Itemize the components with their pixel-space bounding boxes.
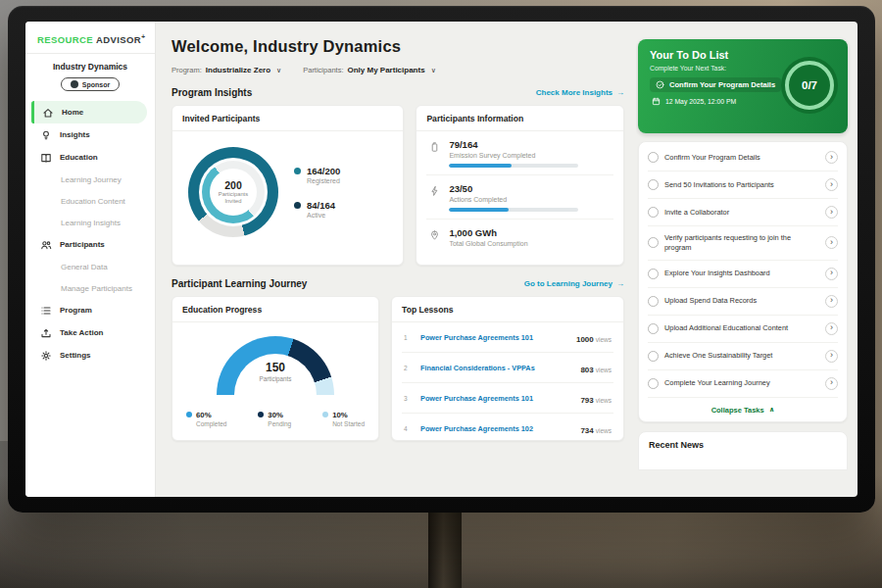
donut-legend: 164/200 Registered 84/164 Active	[294, 166, 340, 219]
checkbox-icon[interactable]	[648, 179, 659, 190]
sidebar-divider	[25, 53, 155, 54]
lesson-title-link[interactable]: Power Purchase Agreements 102	[420, 424, 573, 433]
right-panel: Your To Do List Complete Your Next Task:…	[636, 22, 858, 497]
progress-bar	[449, 208, 578, 212]
legend-dot	[258, 412, 264, 417]
top-lessons-card: Top Lessons 1 Power Purchase Agreements …	[391, 296, 624, 441]
monitor-bezel: RESOURCEADVISOR+ Industry Dynamics Spons…	[8, 6, 875, 513]
legend-label: Registered	[307, 177, 340, 184]
sidebar-item-settings[interactable]: Settings	[25, 344, 155, 367]
lesson-row: 3 Power Purchase Agreements 101 793views	[402, 383, 613, 414]
chevron-right-icon[interactable]: ›	[825, 350, 838, 363]
lesson-title-link[interactable]: Power Purchase Agreements 101	[420, 394, 573, 403]
legend-dot	[294, 168, 301, 174]
stat-global-consumption: 1,000 GWh Total Global Consumption	[426, 220, 613, 254]
task-row[interactable]: Achieve One Sustainability Target ›	[648, 343, 838, 370]
checkbox-icon[interactable]	[648, 237, 659, 248]
location-pin-icon	[428, 227, 440, 247]
learning-cards-row: Education Progress 150 Participants	[172, 296, 624, 441]
lesson-views-value: 1000	[576, 335, 594, 344]
progress-bar	[449, 164, 578, 168]
legend-value: 164/200	[307, 166, 340, 176]
list-icon	[39, 304, 52, 317]
sidebar-item-label: Participants	[60, 240, 105, 249]
collapse-tasks-link[interactable]: Collapse Tasks ∧	[648, 398, 838, 421]
sidebar-item-education[interactable]: Education	[25, 146, 155, 169]
upload-action-icon	[39, 326, 52, 339]
participants-information-card: Participants Information 79/164 Emission…	[416, 105, 624, 266]
check-more-insights-link[interactable]: Check More Insights →	[536, 88, 624, 97]
chevron-right-icon[interactable]: ›	[825, 151, 838, 164]
sidebar-item-education-content[interactable]: Education Content	[25, 190, 155, 212]
sidebar-item-participants[interactable]: Participants	[25, 233, 155, 256]
sidebar-item-label: Program	[60, 306, 92, 315]
sidebar-item-manage-participants[interactable]: Manage Participants	[25, 277, 155, 299]
checkbox-icon[interactable]	[648, 323, 659, 334]
todo-next-task-label: Confirm Your Program Details	[669, 80, 775, 89]
checkbox-icon[interactable]	[648, 269, 659, 279]
battery-icon	[428, 139, 440, 168]
chevron-right-icon[interactable]: ›	[825, 236, 838, 249]
lesson-rank: 1	[404, 334, 414, 341]
insights-cards-row: Invited Participants 200 Participants In…	[172, 105, 624, 266]
legend-dot	[186, 412, 192, 417]
checkbox-icon[interactable]	[648, 152, 659, 163]
go-to-learning-journey-link[interactable]: Go to Learning Journey →	[524, 279, 624, 288]
legend-item-active: 84/164 Active	[294, 200, 340, 219]
legend-value: 10%	[332, 411, 365, 419]
lightbulb-icon	[39, 128, 52, 141]
legend-value: 60%	[196, 411, 226, 419]
legend-item-completed: 60% Completed	[186, 411, 226, 427]
arrow-right-icon: →	[616, 88, 624, 97]
todo-next-task[interactable]: Confirm Your Program Details	[650, 77, 781, 92]
legend-item-not-started: 10% Not Started	[322, 411, 365, 427]
task-row[interactable]: Confirm Your Program Details ›	[648, 144, 838, 172]
todo-progress-ring: 0/7	[781, 57, 838, 114]
checkbox-icon[interactable]	[648, 296, 659, 307]
sidebar-item-general-data[interactable]: General Data	[25, 256, 155, 277]
logo-text-advisor: ADVISOR	[96, 34, 141, 45]
sidebar-item-insights[interactable]: Insights	[25, 123, 155, 146]
checkbox-icon[interactable]	[648, 351, 659, 362]
sidebar-item-learning-insights[interactable]: Learning Insights	[25, 212, 155, 233]
sidebar-item-home[interactable]: Home	[31, 101, 147, 123]
card-title: Education Progress	[172, 305, 378, 322]
chevron-right-icon[interactable]: ›	[825, 206, 838, 219]
legend-dot	[322, 412, 328, 417]
invited-card-body: 200 Participants Invited 164/200 Registe…	[182, 131, 393, 237]
todo-progress-ring-inner: 0/7	[785, 61, 834, 110]
program-filter-value: Industrialize Zero	[206, 66, 270, 74]
task-row[interactable]: Verify participants requesting to join t…	[648, 226, 838, 261]
chevron-right-icon[interactable]: ›	[825, 322, 838, 335]
task-row[interactable]: Explore Your Insights Dashboard ›	[648, 261, 838, 288]
donut-center-label: Participants Invited	[214, 191, 253, 205]
sidebar-item-learning-journey[interactable]: Learning Journey	[25, 169, 155, 190]
task-row[interactable]: Complete Your Learning Journey ›	[648, 370, 838, 398]
sidebar-item-take-action[interactable]: Take Action	[25, 321, 155, 344]
task-row[interactable]: Upload Spend Data Records ›	[648, 288, 838, 316]
task-label: Confirm Your Program Details	[664, 153, 819, 163]
home-icon	[41, 106, 54, 119]
lesson-views-label: views	[596, 336, 612, 343]
filter-bar: Program: Industrialize Zero ∨ Participan…	[172, 66, 624, 74]
task-label: Explore Your Insights Dashboard	[664, 269, 819, 278]
checkbox-icon[interactable]	[648, 207, 659, 218]
lesson-title-link[interactable]: Power Purchase Agreements 101	[420, 333, 569, 342]
chevron-right-icon[interactable]: ›	[825, 377, 838, 390]
task-label: Verify participants requesting to join t…	[664, 233, 819, 253]
participants-filter[interactable]: Participants: Only My Participants ∨	[303, 66, 436, 74]
chevron-right-icon[interactable]: ›	[825, 268, 838, 280]
task-label: Achieve One Sustainability Target	[664, 351, 819, 361]
sidebar-item-program[interactable]: Program	[25, 299, 155, 321]
donut-center: 200 Participants Invited	[210, 169, 257, 216]
program-filter[interactable]: Program: Industrialize Zero ∨	[172, 66, 281, 74]
legend-value: 30%	[268, 411, 291, 419]
task-row[interactable]: Upload Additional Educational Content ›	[648, 316, 838, 343]
lesson-title-link[interactable]: Financial Considerations - VPPAs	[420, 364, 573, 372]
chevron-right-icon[interactable]: ›	[825, 295, 838, 308]
task-row[interactable]: Send 50 Invitations to Participants ›	[648, 172, 838, 199]
sidebar-item-label: General Data	[61, 263, 108, 271]
task-row[interactable]: Invite a Collaborator ›	[648, 199, 838, 226]
checkbox-icon[interactable]	[648, 378, 659, 389]
chevron-right-icon[interactable]: ›	[825, 178, 838, 191]
